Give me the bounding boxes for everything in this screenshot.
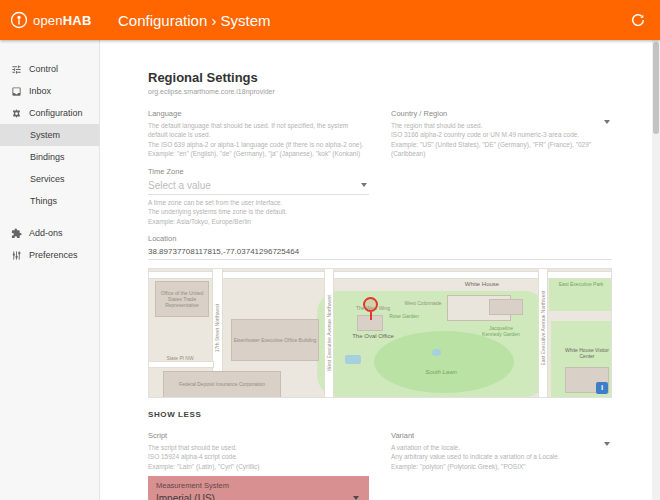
sidebar-item-label: Services: [30, 174, 65, 184]
language-field[interactable]: Language The default language that shoul…: [148, 109, 369, 159]
timezone-select[interactable]: Select a value: [148, 179, 369, 195]
map-label-west-exec-ave: West Executive Avenue Northwest: [326, 283, 332, 383]
map-label-ustr: Office of the United States Trade Repres…: [156, 290, 208, 309]
inbox-icon: [11, 86, 22, 97]
measurement-system-field[interactable]: Measurement System Imperial (US) The mea…: [148, 476, 369, 500]
main-content: Regional Settings org.eclipse.smarthome.…: [100, 40, 652, 500]
sidebar-item-addons[interactable]: Add-ons: [0, 222, 99, 244]
show-less-button[interactable]: SHOW LESS: [148, 410, 201, 419]
language-description: The default language that should be used…: [148, 121, 369, 159]
sidebar-item-label: Control: [29, 64, 58, 74]
map-road-state-pl: [149, 362, 213, 367]
sidebar-item-label: System: [30, 130, 60, 140]
app-header: openHAB Configuration › System: [0, 0, 660, 40]
map-marker-icon[interactable]: [363, 297, 378, 312]
sidebar-item-system[interactable]: System: [0, 124, 99, 146]
sidebar-item-label: Things: [30, 196, 57, 206]
map-label-17th-street: 17th Street Northwest: [214, 283, 220, 373]
map-building-east-colonnade: [489, 299, 523, 315]
measurement-select[interactable]: Imperial (US): [156, 493, 361, 500]
scrollbar-thumb[interactable]: [653, 42, 659, 134]
sidebar-divider: [0, 212, 99, 222]
timezone-label: Time Zone: [148, 167, 369, 176]
sidebar-item-label: Bindings: [30, 152, 65, 162]
sidebar-item-label: Configuration: [29, 108, 83, 118]
chevron-down-icon[interactable]: [361, 183, 367, 187]
chevron-down-icon[interactable]: [353, 496, 359, 500]
country-description: The region that should be used. ISO 3166…: [391, 121, 612, 159]
section-subtitle: org.eclipse.smarthome.core.i18nprovider: [148, 88, 612, 95]
sidebar-item-services[interactable]: Services: [0, 168, 99, 190]
openhab-logo-icon: [10, 11, 28, 29]
sidebar-item-label: Preferences: [29, 250, 78, 260]
script-description: The script that should be used. ISO 1592…: [148, 443, 369, 471]
location-input[interactable]: 38.89737708117815,-77.03741296725464: [148, 246, 612, 260]
sidebar-item-inbox[interactable]: Inbox: [0, 80, 99, 102]
app-window: openHAB Configuration › System Control I…: [0, 0, 660, 500]
timezone-description: A time zone can be set from the user int…: [148, 198, 369, 226]
script-label: Script: [148, 431, 369, 440]
map-label-kennedy-garden: Jacqueline Kennedy Garden: [479, 325, 523, 338]
map-label-white-house: White House: [447, 281, 517, 289]
map-fountain: [432, 349, 441, 356]
measurement-value: Imperial (US): [156, 493, 215, 500]
map-label-visitor-center: White House Visitor Center: [563, 347, 611, 360]
map-label-state-pl: State Pl NW: [155, 355, 205, 361]
section-title: Regional Settings: [148, 70, 612, 85]
sidebar-item-preferences[interactable]: Preferences: [0, 244, 99, 266]
map-building-eeob: Eisenhower Executive Office Building: [231, 319, 319, 361]
chevron-down-icon[interactable]: [604, 120, 610, 124]
map-label-eeob: Eisenhower Executive Office Building: [234, 337, 317, 343]
control-icon: [11, 64, 22, 75]
variant-description: A variation of the locale. Any arbitrary…: [391, 443, 612, 471]
variant-field[interactable]: Variant A variation of the locale. Any a…: [391, 431, 612, 471]
page-title: Configuration › System: [118, 12, 630, 29]
map-label-west-colonnade: West Colonnade: [401, 300, 445, 306]
map-pool: [345, 355, 361, 364]
measurement-label: Measurement System: [156, 481, 361, 490]
country-label: Country / Region: [391, 109, 612, 118]
script-field[interactable]: Script The script that should be used. I…: [148, 431, 369, 471]
sidebar-item-bindings[interactable]: Bindings: [0, 146, 99, 168]
map-label-fdic: Federal Deposit Insurance Corporation: [179, 381, 265, 387]
location-map[interactable]: Office of the United States Trade Repres…: [148, 268, 612, 398]
map-label-south-lawn: South Lawn: [411, 369, 471, 377]
country-field[interactable]: Country / Region The region that should …: [391, 109, 612, 159]
location-field[interactable]: Location 38.89737708117815,-77.037412967…: [148, 234, 612, 260]
scrollbar[interactable]: [652, 40, 660, 500]
sidebar-item-things[interactable]: Things: [0, 190, 99, 212]
preferences-icon: [11, 250, 22, 261]
map-label-east-executive-park: East Executive Park: [553, 281, 609, 287]
sidebar-item-control[interactable]: Control: [0, 58, 99, 80]
language-label: Language: [148, 109, 369, 118]
openhab-logo-text: openHAB: [33, 13, 92, 28]
regional-settings-card: Regional Settings org.eclipse.smarthome.…: [100, 40, 652, 500]
map-building-fdic: Federal Deposit Insurance Corporation: [163, 371, 281, 398]
map-label-oval-office: The Oval Office: [349, 333, 397, 341]
sidebar-item-label: Add-ons: [29, 228, 63, 238]
timezone-placeholder: Select a value: [148, 180, 211, 191]
refresh-button[interactable]: [630, 12, 646, 28]
gear-icon: [11, 108, 22, 119]
sidebar-item-label: Inbox: [29, 86, 51, 96]
sidebar: Control Inbox Configuration System Bindi…: [0, 40, 100, 500]
chevron-down-icon[interactable]: [604, 442, 610, 446]
variant-label: Variant: [391, 431, 612, 440]
timezone-field[interactable]: Time Zone Select a value A time zone can…: [148, 167, 369, 226]
map-label-east-exec-ave: East Executive Avenue Northwest: [540, 278, 546, 378]
addons-icon: [11, 228, 22, 239]
map-marker-stem: [370, 312, 373, 320]
map-building-ustr: Office of the United States Trade Repres…: [155, 281, 209, 317]
map-label-rose-garden: Rose Garden: [387, 313, 421, 319]
map-attribution-button[interactable]: i: [596, 382, 608, 394]
sidebar-item-configuration[interactable]: Configuration: [0, 102, 99, 124]
location-label: Location: [148, 234, 612, 243]
openhab-logo[interactable]: openHAB: [0, 11, 100, 29]
